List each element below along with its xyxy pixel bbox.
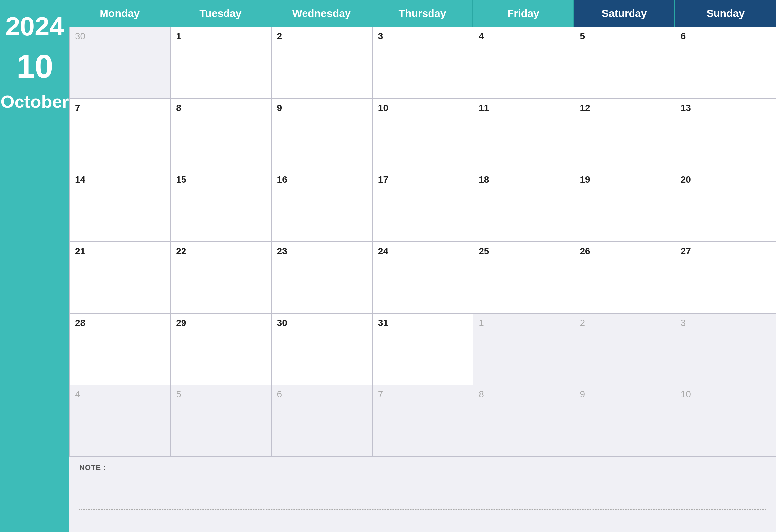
day-number: 30 bbox=[277, 318, 367, 328]
day-cell[interactable]: 11 bbox=[473, 99, 574, 170]
day-header-tuesday: Tuesday bbox=[170, 0, 271, 27]
day-number: 29 bbox=[176, 318, 265, 328]
day-number: 23 bbox=[277, 246, 367, 256]
day-cell[interactable]: 4 bbox=[69, 385, 170, 457]
day-number: 25 bbox=[479, 246, 568, 256]
day-number: 8 bbox=[176, 103, 265, 114]
month-name-label: October bbox=[0, 93, 69, 111]
day-cell[interactable]: 1 bbox=[473, 314, 574, 385]
day-number: 7 bbox=[75, 103, 165, 114]
day-number: 10 bbox=[681, 389, 770, 400]
note-line bbox=[79, 488, 766, 497]
year-label: 2024 bbox=[5, 13, 64, 40]
day-number: 15 bbox=[176, 174, 265, 185]
day-number: 2 bbox=[277, 31, 367, 42]
day-number: 3 bbox=[681, 318, 770, 328]
day-cell[interactable]: 8 bbox=[473, 385, 574, 457]
note-line bbox=[79, 475, 766, 484]
day-cell[interactable]: 9 bbox=[574, 385, 675, 457]
calendar-container: 2024 10 October MondayTuesdayWednesdayTh… bbox=[0, 0, 776, 532]
day-cell[interactable]: 31 bbox=[372, 314, 473, 385]
day-cell[interactable]: 6 bbox=[271, 385, 372, 457]
day-cell[interactable]: 2 bbox=[271, 27, 372, 99]
day-number: 20 bbox=[681, 174, 770, 185]
day-cell[interactable]: 10 bbox=[372, 99, 473, 170]
day-cell[interactable]: 24 bbox=[372, 242, 473, 314]
day-number: 4 bbox=[75, 389, 165, 400]
day-number: 17 bbox=[378, 174, 467, 185]
day-number: 2 bbox=[580, 318, 669, 328]
month-number-label: 10 bbox=[16, 50, 53, 83]
day-cell[interactable]: 30 bbox=[69, 27, 170, 99]
day-cell[interactable]: 5 bbox=[170, 385, 271, 457]
day-cell[interactable]: 22 bbox=[170, 242, 271, 314]
day-cell[interactable]: 2 bbox=[574, 314, 675, 385]
day-cell[interactable]: 5 bbox=[574, 27, 675, 99]
day-cell[interactable]: 4 bbox=[473, 27, 574, 99]
day-number: 5 bbox=[176, 389, 265, 400]
main-content: MondayTuesdayWednesdayThursdayFridaySatu… bbox=[69, 0, 776, 532]
day-cell[interactable]: 14 bbox=[69, 170, 170, 242]
day-number: 5 bbox=[580, 31, 669, 42]
day-cell[interactable]: 26 bbox=[574, 242, 675, 314]
day-number: 19 bbox=[580, 174, 669, 185]
day-number: 28 bbox=[75, 318, 165, 328]
day-cell[interactable]: 15 bbox=[170, 170, 271, 242]
day-number: 31 bbox=[378, 318, 467, 328]
day-cell[interactable]: 18 bbox=[473, 170, 574, 242]
day-cell[interactable]: 1 bbox=[170, 27, 271, 99]
day-cell[interactable]: 13 bbox=[675, 99, 776, 170]
day-cell[interactable]: 20 bbox=[675, 170, 776, 242]
day-number: 26 bbox=[580, 246, 669, 256]
day-number: 14 bbox=[75, 174, 165, 185]
calendar-grid: 3012345678910111213141516171819202122232… bbox=[69, 27, 776, 457]
day-cell[interactable]: 6 bbox=[675, 27, 776, 99]
day-header-saturday: Saturday bbox=[574, 0, 675, 27]
day-header-friday: Friday bbox=[473, 0, 574, 27]
day-cell[interactable]: 19 bbox=[574, 170, 675, 242]
day-number: 1 bbox=[479, 318, 568, 328]
day-headers: MondayTuesdayWednesdayThursdayFridaySatu… bbox=[69, 0, 776, 27]
notes-section: NOTE： bbox=[69, 457, 776, 532]
day-cell[interactable]: 25 bbox=[473, 242, 574, 314]
day-header-monday: Monday bbox=[69, 0, 170, 27]
day-number: 16 bbox=[277, 174, 367, 185]
day-number: 7 bbox=[378, 389, 467, 400]
day-cell[interactable]: 3 bbox=[675, 314, 776, 385]
day-header-thursday: Thursday bbox=[372, 0, 473, 27]
day-number: 21 bbox=[75, 246, 165, 256]
day-cell[interactable]: 7 bbox=[69, 99, 170, 170]
day-number: 9 bbox=[580, 389, 669, 400]
day-cell[interactable]: 21 bbox=[69, 242, 170, 314]
day-number: 27 bbox=[681, 246, 770, 256]
day-cell[interactable]: 16 bbox=[271, 170, 372, 242]
day-number: 13 bbox=[681, 103, 770, 114]
day-number: 8 bbox=[479, 389, 568, 400]
day-number: 9 bbox=[277, 103, 367, 114]
day-cell[interactable]: 27 bbox=[675, 242, 776, 314]
day-cell[interactable]: 29 bbox=[170, 314, 271, 385]
day-number: 30 bbox=[75, 31, 165, 42]
day-cell[interactable]: 10 bbox=[675, 385, 776, 457]
day-cell[interactable]: 3 bbox=[372, 27, 473, 99]
day-cell[interactable]: 9 bbox=[271, 99, 372, 170]
day-cell[interactable]: 30 bbox=[271, 314, 372, 385]
day-number: 12 bbox=[580, 103, 669, 114]
day-cell[interactable]: 17 bbox=[372, 170, 473, 242]
day-number: 11 bbox=[479, 103, 568, 114]
day-number: 22 bbox=[176, 246, 265, 256]
day-cell[interactable]: 8 bbox=[170, 99, 271, 170]
day-cell[interactable]: 12 bbox=[574, 99, 675, 170]
day-number: 10 bbox=[378, 103, 467, 114]
day-number: 4 bbox=[479, 31, 568, 42]
day-number: 6 bbox=[277, 389, 367, 400]
day-number: 18 bbox=[479, 174, 568, 185]
day-cell[interactable]: 23 bbox=[271, 242, 372, 314]
day-number: 24 bbox=[378, 246, 467, 256]
day-header-sunday: Sunday bbox=[675, 0, 776, 27]
sidebar: 2024 10 October bbox=[0, 0, 69, 532]
day-cell[interactable]: 7 bbox=[372, 385, 473, 457]
note-label: NOTE： bbox=[79, 463, 766, 473]
day-cell[interactable]: 28 bbox=[69, 314, 170, 385]
day-number: 1 bbox=[176, 31, 265, 42]
